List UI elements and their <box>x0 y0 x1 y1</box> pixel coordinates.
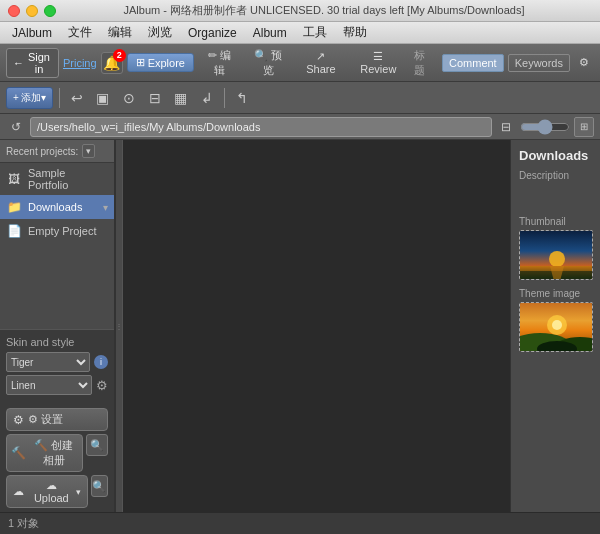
sidebar-item-label-downloads: Downloads <box>28 201 97 213</box>
toolbar-separator-1 <box>59 88 60 108</box>
upload-search-button[interactable]: 🔍 <box>91 475 108 497</box>
grid-view-button[interactable]: ▣ <box>92 87 114 109</box>
thumbnail-label: Thumbnail <box>519 216 592 227</box>
search-create-icon: 🔍 <box>90 439 104 452</box>
zoom-slider[interactable] <box>520 119 570 135</box>
thumbnail-sunset-visual <box>520 231 592 279</box>
theme-image[interactable] <box>519 302 593 352</box>
menu-edit[interactable]: 编辑 <box>100 22 140 43</box>
menu-file[interactable]: 文件 <box>60 22 100 43</box>
sign-in-icon: ← <box>13 57 24 69</box>
refresh-button[interactable]: ↺ <box>6 117 26 137</box>
menu-tools[interactable]: 工具 <box>295 22 335 43</box>
create-search-row: 🔨 🔨 创建相册 🔍 <box>6 434 108 472</box>
skin-style-section: Skin and style Tiger i Linen ⚙ <box>0 329 114 404</box>
sidebar-arrow-icon: ▾ <box>103 202 108 213</box>
back-button[interactable]: ↰ <box>231 87 253 109</box>
edit-button[interactable]: ✏ 编辑 <box>198 46 241 80</box>
thumbnail-image[interactable] <box>519 230 593 280</box>
upload-button[interactable]: ☁ ☁ Upload ▾ <box>6 475 88 508</box>
grid-size-button[interactable]: ⊞ <box>574 117 594 137</box>
style-select[interactable]: Linen <box>6 375 92 395</box>
pricing-button[interactable]: Pricing <box>63 57 97 69</box>
minimize-button[interactable] <box>26 5 38 17</box>
review-button[interactable]: ☰ Review <box>350 48 407 77</box>
path-input[interactable] <box>30 117 492 137</box>
toolbar-right: ⊞ Explore ✏ 编辑 🔍 预览 ↗ Share ☰ Review 标题 … <box>127 46 594 80</box>
menu-organize[interactable]: Organize <box>180 24 245 42</box>
action-buttons: ⚙ ⚙ 设置 🔨 🔨 创建相册 🔍 ☁ ☁ Upload ▾ <box>0 404 114 512</box>
sidebar-item-downloads[interactable]: 📁 Downloads ▾ <box>0 195 114 219</box>
recent-projects-dropdown[interactable]: ▾ <box>82 144 95 158</box>
downloads-icon: 📁 <box>6 199 22 215</box>
skin-info-button[interactable]: i <box>94 355 108 369</box>
comment-tab[interactable]: Comment <box>442 54 504 72</box>
status-bar: 1 对象 <box>0 512 600 534</box>
window-title: JAlbum - 网络相册制作者 UNLICENSED. 30 trial da… <box>56 3 592 18</box>
upload-arrow-icon: ▾ <box>76 487 81 497</box>
notification-button[interactable]: 🔔 2 <box>101 52 123 74</box>
description-label: Description <box>511 167 600 182</box>
rotate-left-button[interactable]: ↩ <box>66 87 88 109</box>
main-toolbar: ← Sign in Pricing 🔔 2 ⊞ Explore ✏ 编辑 🔍 预… <box>0 44 600 82</box>
upload-label: ☁ Upload <box>27 479 76 504</box>
sidebar: Recent projects: ▾ 🖼 Sample Portfolio 📁 … <box>0 140 115 512</box>
circle-view-button[interactable]: ⊙ <box>118 87 140 109</box>
maximize-button[interactable] <box>44 5 56 17</box>
right-panel-title: Downloads <box>511 140 600 167</box>
filter-icon-btn[interactable]: ⊟ <box>496 117 516 137</box>
settings-icon-btn[interactable]: ⚙ <box>574 54 594 71</box>
create-album-button[interactable]: 🔨 🔨 创建相册 <box>6 434 83 472</box>
pencil-icon: ✏ <box>208 49 217 61</box>
menu-bar: JAlbum 文件 编辑 浏览 Organize Album 工具 帮助 <box>0 22 600 44</box>
skin-row: Tiger i <box>6 352 108 372</box>
keywords-tab[interactable]: Keywords <box>508 54 570 72</box>
explore-label: Explore <box>148 57 185 69</box>
window-controls <box>8 5 56 17</box>
sidebar-item-label-portfolio: Sample Portfolio <box>28 167 108 191</box>
search-icon: 🔍 <box>254 49 268 61</box>
skin-style-title: Skin and style <box>6 336 108 348</box>
share-label: Share <box>306 63 335 75</box>
recent-projects-header: Recent projects: ▾ <box>0 140 114 163</box>
right-panel: Downloads Description Thumbnail <box>510 140 600 512</box>
create-album-label: 🔨 创建相册 <box>29 438 78 468</box>
path-bar: ↺ ⊟ ⊞ <box>0 114 600 140</box>
menu-album[interactable]: Album <box>245 24 295 42</box>
thumbnail-area: Thumbnail <box>511 212 600 284</box>
review-label: Review <box>360 63 396 75</box>
sidebar-item-label-empty: Empty Project <box>28 225 108 237</box>
preview-button[interactable]: 🔍 预览 <box>245 46 292 80</box>
create-search-button[interactable]: 🔍 <box>86 434 108 456</box>
settings-icon: ⚙ <box>13 413 24 427</box>
minus-button[interactable]: ⊟ <box>144 87 166 109</box>
skin-select[interactable]: Tiger <box>6 352 90 372</box>
edit-label: 编辑 <box>214 49 231 76</box>
upload-search-row: ☁ ☁ Upload ▾ 🔍 <box>6 475 108 508</box>
close-button[interactable] <box>8 5 20 17</box>
menu-help[interactable]: 帮助 <box>335 22 375 43</box>
style-gear-button[interactable]: ⚙ <box>96 378 108 393</box>
menu-app[interactable]: JAlbum <box>4 24 60 42</box>
label-biao: 标题 <box>411 48 438 78</box>
add-button[interactable]: + 添加▾ <box>6 87 53 109</box>
explore-button[interactable]: ⊞ Explore <box>127 53 194 72</box>
content-area[interactable] <box>123 140 510 512</box>
export-button[interactable]: ↲ <box>196 87 218 109</box>
settings-button[interactable]: ⚙ ⚙ 设置 <box>6 408 108 431</box>
search-upload-icon: 🔍 <box>92 480 106 493</box>
sidebar-item-sample-portfolio[interactable]: 🖼 Sample Portfolio <box>0 163 114 195</box>
description-value[interactable] <box>511 182 600 212</box>
hammer-icon: 🔨 <box>11 446 26 460</box>
menu-browse[interactable]: 浏览 <box>140 22 180 43</box>
share-button[interactable]: ↗ Share <box>296 48 346 77</box>
zoom-slider-area <box>520 119 570 135</box>
sidebar-item-empty-project[interactable]: 📄 Empty Project <box>0 219 114 243</box>
sign-in-button[interactable]: ← Sign in <box>6 48 59 78</box>
collapse-handle[interactable]: ⋮ <box>115 140 123 512</box>
cloud-icon: ☁ <box>13 485 24 498</box>
grid-icon: ⊞ <box>136 56 145 69</box>
sidebar-spacer <box>0 243 114 329</box>
layout-button[interactable]: ▦ <box>170 87 192 109</box>
toolbar-separator-2 <box>224 88 225 108</box>
